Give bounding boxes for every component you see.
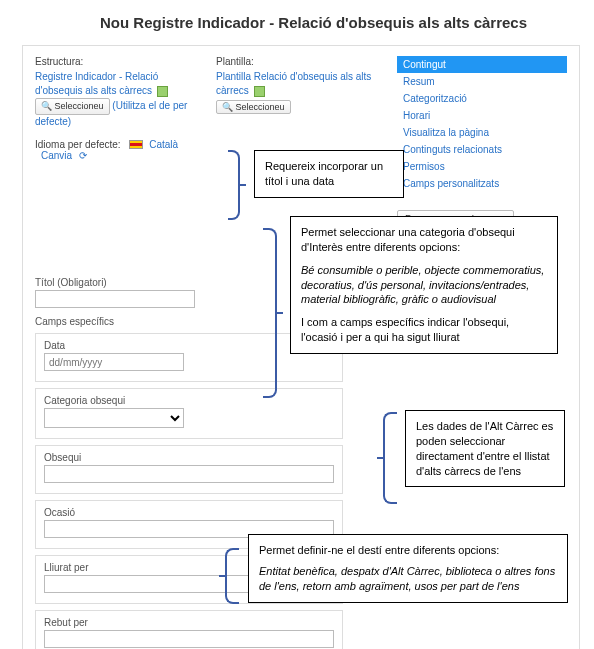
callout-text: Requereix incorporar un títol i una data	[265, 160, 383, 187]
doc-icon	[157, 86, 168, 97]
flag-icon	[129, 140, 143, 149]
title-input[interactable]	[35, 290, 195, 308]
brace-4	[225, 548, 239, 604]
brace-2	[263, 228, 277, 398]
ocasio-label: Ocasió	[44, 507, 334, 518]
sidebar-item-resum[interactable]: Resum	[397, 73, 567, 90]
template-link[interactable]: Plantilla Relació d'obsequis als alts cà…	[216, 71, 371, 96]
lang-value: Català	[149, 139, 178, 150]
callout-text: Bé consumible o perible, objecte commemo…	[301, 263, 547, 308]
categoria-field-box: Categoria obsequi	[35, 388, 343, 439]
sidebar-item-visualitza[interactable]: Visualitza la pàgina	[397, 124, 567, 141]
callout-text: Les dades de l'Alt Càrrec es poden selec…	[416, 420, 553, 477]
select-label: Seleccioneu	[55, 101, 104, 111]
brace-3	[383, 412, 397, 504]
callout-text: I com a camps específics indicar l'obseq…	[301, 315, 547, 345]
obsequi-input[interactable]	[44, 465, 334, 483]
callout-title-data: Requereix incorporar un títol i una data	[254, 150, 404, 198]
callout-text: Entitat benèfica, despatx d'Alt Càrrec, …	[259, 564, 557, 594]
callout-destinat: Permet definir-ne el destí entre diferen…	[248, 534, 568, 603]
sidebar-item-camps[interactable]: Camps personalitzats	[397, 175, 567, 192]
rebut-input[interactable]	[44, 630, 334, 648]
rebut-field-box: Rebut per Càrrec Seleccioneu Esborra	[35, 610, 343, 649]
structure-value[interactable]: Registre Indicador - Relació d'obsequis …	[35, 70, 204, 129]
obsequi-label: Obsequi	[44, 452, 334, 463]
sidebar-item-horari[interactable]: Horari	[397, 107, 567, 124]
structure-label: Estructura:	[35, 56, 204, 67]
callout-text: Permet seleccionar una categoria d'obseq…	[301, 225, 547, 255]
callout-categoria: Permet seleccionar una categoria d'obseq…	[290, 216, 558, 354]
lang-change-link[interactable]: Canvia	[41, 150, 72, 161]
callout-text: Permet definir-ne el destí entre diferen…	[259, 543, 557, 558]
structure-select-button[interactable]: 🔍 Seleccioneu	[35, 98, 110, 115]
page-title: Nou Registre Indicador - Relació d'obseq…	[0, 0, 594, 45]
sidebar-item-relacionats[interactable]: Continguts relacionats	[397, 141, 567, 158]
template-label: Plantilla:	[216, 56, 385, 67]
callout-alt-carrec: Les dades de l'Alt Càrrec es poden selec…	[405, 410, 565, 487]
categoria-label: Categoria obsequi	[44, 395, 334, 406]
data-input[interactable]	[44, 353, 184, 371]
template-value-row: Plantilla Relació d'obsequis als alts cà…	[216, 70, 385, 98]
sidebar-item-categoritzacio[interactable]: Categorització	[397, 90, 567, 107]
template-select-button[interactable]: 🔍 Seleccioneu	[216, 100, 291, 114]
sidebar-item-permisos[interactable]: Permisos	[397, 158, 567, 175]
sidebar-item-contingut[interactable]: Contingut	[397, 56, 567, 73]
obsequi-field-box: Obsequi	[35, 445, 343, 494]
rebut-label: Rebut per	[44, 617, 334, 628]
structure-link[interactable]: Registre Indicador - Relació d'obsequis …	[35, 71, 158, 96]
lang-label: Idioma per defecte:	[35, 139, 121, 150]
refresh-icon[interactable]: ⟳	[79, 150, 87, 161]
select-label: Seleccioneu	[236, 102, 285, 112]
doc-icon	[254, 86, 265, 97]
categoria-select[interactable]	[44, 408, 184, 428]
brace-1	[228, 150, 240, 220]
